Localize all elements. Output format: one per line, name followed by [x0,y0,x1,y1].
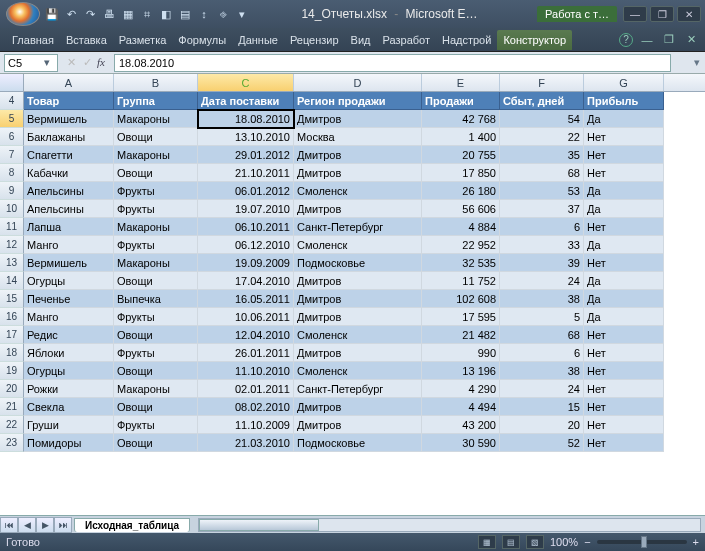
cell[interactable]: Макароны [114,380,198,398]
cell[interactable]: Баклажаны [24,128,114,146]
cell[interactable]: 5 [500,308,584,326]
row-header-13[interactable]: 13 [0,254,24,272]
cell[interactable]: Овощи [114,326,198,344]
column-header-F[interactable]: F [500,74,584,91]
cell[interactable]: 21 482 [422,326,500,344]
cell[interactable]: Кабачки [24,164,114,182]
cell[interactable]: 6 [500,218,584,236]
cell[interactable]: Москва [294,128,422,146]
cell[interactable]: 990 [422,344,500,362]
cell[interactable]: Апельсины [24,182,114,200]
help-icon[interactable]: ? [619,33,633,47]
cell[interactable]: 22 952 [422,236,500,254]
cell[interactable]: Выпечка [114,290,198,308]
cell[interactable]: Дмитров [294,416,422,434]
cell[interactable]: 17 595 [422,308,500,326]
cell[interactable]: Да [584,272,664,290]
cell[interactable]: Дмитров [294,272,422,290]
row-header-18[interactable]: 18 [0,344,24,362]
table-header-cell[interactable]: Сбыт, дней [500,92,584,110]
cell[interactable]: Нет [584,146,664,164]
cell[interactable]: 26.01.2011 [198,344,294,362]
cell[interactable]: 54 [500,110,584,128]
cell[interactable]: 12.04.2010 [198,326,294,344]
row-header-22[interactable]: 22 [0,416,24,434]
cell[interactable]: Нет [584,416,664,434]
cell[interactable]: Макароны [114,254,198,272]
column-header-D[interactable]: D [294,74,422,91]
cell[interactable]: Смоленск [294,362,422,380]
cell[interactable]: Фрукты [114,416,198,434]
cell[interactable]: Вермишель [24,110,114,128]
row-header-20[interactable]: 20 [0,380,24,398]
cell[interactable]: Дмитров [294,344,422,362]
zoom-out-icon[interactable]: − [584,536,590,548]
row-header-12[interactable]: 12 [0,236,24,254]
cell[interactable]: Смоленск [294,326,422,344]
column-header-C[interactable]: C [198,74,294,91]
cell[interactable]: Дмитров [294,164,422,182]
sheet-nav-first-icon[interactable]: ⏮ [0,517,18,533]
cell[interactable]: 32 535 [422,254,500,272]
doc-restore-icon[interactable]: ❐ [661,32,677,48]
cell[interactable]: 02.01.2011 [198,380,294,398]
cell[interactable]: 37 [500,200,584,218]
cell[interactable]: Манго [24,236,114,254]
sheet-nav-prev-icon[interactable]: ◀ [18,517,36,533]
cell[interactable]: Лапша [24,218,114,236]
cell[interactable]: 06.01.2012 [198,182,294,200]
cell[interactable]: Огурцы [24,272,114,290]
sheet-nav-next-icon[interactable]: ▶ [36,517,54,533]
table-header-cell[interactable]: Продажи [422,92,500,110]
qat-icon-5[interactable]: ↕ [196,6,212,22]
cell[interactable]: 06.10.2011 [198,218,294,236]
horizontal-scroll-thumb[interactable] [199,519,319,531]
doc-close-icon[interactable]: ✕ [683,32,699,48]
cell[interactable]: Нет [584,362,664,380]
row-header-23[interactable]: 23 [0,434,24,452]
cell[interactable]: 102 608 [422,290,500,308]
column-header-B[interactable]: B [114,74,198,91]
cell[interactable]: Овощи [114,272,198,290]
cell[interactable]: 4 884 [422,218,500,236]
row-header-4[interactable]: 4 [0,92,24,110]
cell[interactable]: Да [584,290,664,308]
cell[interactable]: Вермишель [24,254,114,272]
cell[interactable]: 16.05.2011 [198,290,294,308]
cell[interactable]: Нет [584,164,664,182]
cell[interactable]: 13.10.2010 [198,128,294,146]
cell[interactable]: 26 180 [422,182,500,200]
table-header-cell[interactable]: Группа [114,92,198,110]
minimize-button[interactable]: — [623,6,647,22]
cell[interactable]: Да [584,200,664,218]
cell[interactable]: 24 [500,380,584,398]
cell[interactable]: 56 606 [422,200,500,218]
row-header-9[interactable]: 9 [0,182,24,200]
cell[interactable]: Рожки [24,380,114,398]
column-header-A[interactable]: A [24,74,114,91]
horizontal-scrollbar[interactable] [198,518,701,532]
cell[interactable]: Печенье [24,290,114,308]
cell[interactable]: 38 [500,362,584,380]
cell[interactable]: 06.12.2010 [198,236,294,254]
cell[interactable]: Да [584,110,664,128]
cell[interactable]: Овощи [114,434,198,452]
cell[interactable]: Подмосковье [294,434,422,452]
cell[interactable]: 11.10.2009 [198,416,294,434]
cell[interactable]: Огурцы [24,362,114,380]
cell[interactable]: Дмитров [294,200,422,218]
ribbon-tab-0[interactable]: Главная [6,30,60,50]
zoom-slider-thumb[interactable] [641,536,647,548]
ribbon-tab-6[interactable]: Вид [345,30,377,50]
cell[interactable]: 38 [500,290,584,308]
name-box-dropdown-icon[interactable]: ▾ [40,56,54,69]
row-header-10[interactable]: 10 [0,200,24,218]
row-header-14[interactable]: 14 [0,272,24,290]
qat-icon-2[interactable]: ⌗ [139,6,155,22]
cell[interactable]: Фрукты [114,200,198,218]
qat-dropdown-icon[interactable]: ▾ [234,6,250,22]
cell[interactable]: 18.08.2010 [198,110,294,128]
maximize-button[interactable]: ❐ [650,6,674,22]
cell[interactable]: Подмосковье [294,254,422,272]
cancel-formula-icon[interactable]: ✕ [64,56,78,69]
